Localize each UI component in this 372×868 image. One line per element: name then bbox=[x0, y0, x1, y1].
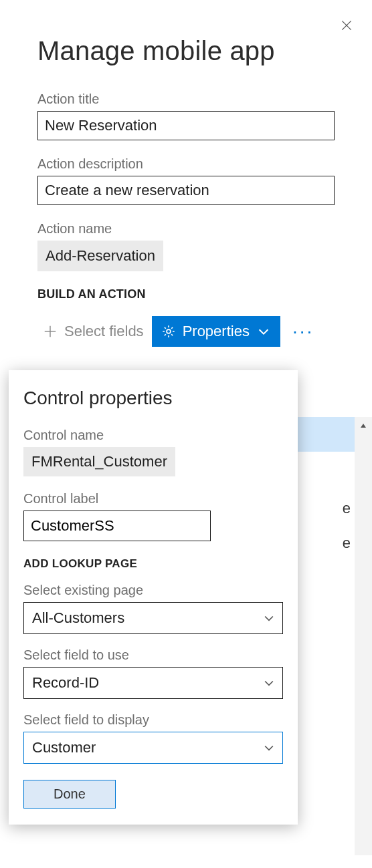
add-lookup-header: ADD LOOKUP PAGE bbox=[23, 557, 283, 571]
select-field-to-display-value: Customer bbox=[32, 739, 96, 756]
chevron-down-icon bbox=[262, 741, 276, 754]
list-row-text: e bbox=[343, 535, 351, 552]
scroll-up-button[interactable] bbox=[355, 417, 372, 434]
close-button[interactable] bbox=[340, 19, 356, 35]
page-title: Manage mobile app bbox=[37, 36, 335, 66]
popover-title: Control properties bbox=[23, 388, 283, 409]
select-existing-page-label: Select existing page bbox=[23, 583, 283, 598]
action-description-input[interactable] bbox=[37, 176, 335, 205]
chevron-down-icon bbox=[262, 676, 276, 690]
select-fields-button[interactable]: Select fields bbox=[40, 317, 152, 345]
select-existing-page-value: All-Customers bbox=[32, 609, 124, 627]
manage-mobile-app-panel: Manage mobile app Action title Action de… bbox=[0, 0, 372, 347]
chevron-down-icon bbox=[262, 611, 276, 625]
control-name-label: Control name bbox=[23, 428, 283, 443]
plus-icon bbox=[43, 324, 58, 339]
select-field-to-display-label: Select field to display bbox=[23, 712, 283, 728]
select-field-to-display-dropdown[interactable]: Customer bbox=[23, 732, 283, 764]
list-row-text: e bbox=[343, 500, 351, 517]
close-icon bbox=[340, 19, 353, 32]
control-properties-popover: Control properties Control name FMRental… bbox=[9, 370, 298, 825]
chevron-up-icon bbox=[360, 422, 367, 429]
action-description-group: Action description bbox=[37, 156, 335, 205]
action-title-input[interactable] bbox=[37, 111, 335, 140]
more-options-button[interactable]: ··· bbox=[280, 322, 320, 341]
select-existing-page-dropdown[interactable]: All-Customers bbox=[23, 602, 283, 634]
action-description-label: Action description bbox=[37, 156, 335, 172]
action-name-group: Action name Add-Reservation bbox=[37, 221, 335, 271]
properties-label: Properties bbox=[183, 323, 250, 340]
control-label-label: Control label bbox=[23, 491, 283, 507]
select-field-to-use-value: Record-ID bbox=[32, 674, 99, 692]
action-name-label: Action name bbox=[37, 221, 335, 237]
action-title-label: Action title bbox=[37, 92, 335, 107]
ellipsis-icon: ··· bbox=[292, 321, 314, 341]
select-field-to-use-label: Select field to use bbox=[23, 647, 283, 663]
chevron-down-icon bbox=[256, 324, 271, 339]
svg-point-4 bbox=[167, 329, 171, 333]
select-field-to-use-dropdown[interactable]: Record-ID bbox=[23, 667, 283, 699]
done-button[interactable]: Done bbox=[23, 780, 116, 809]
properties-button[interactable]: Properties bbox=[152, 316, 280, 347]
svg-marker-5 bbox=[361, 424, 366, 428]
action-title-group: Action title bbox=[37, 92, 335, 140]
select-fields-label: Select fields bbox=[64, 323, 144, 340]
control-name-value: FMRental_Customer bbox=[23, 447, 175, 476]
build-action-header: BUILD AN ACTION bbox=[37, 287, 335, 301]
action-name-value: Add-Reservation bbox=[37, 241, 163, 271]
control-label-input[interactable] bbox=[23, 511, 211, 541]
gear-icon bbox=[161, 324, 176, 339]
scrollbar-track[interactable] bbox=[355, 417, 372, 855]
action-toolbar: Select fields Properties ··· bbox=[40, 316, 335, 347]
